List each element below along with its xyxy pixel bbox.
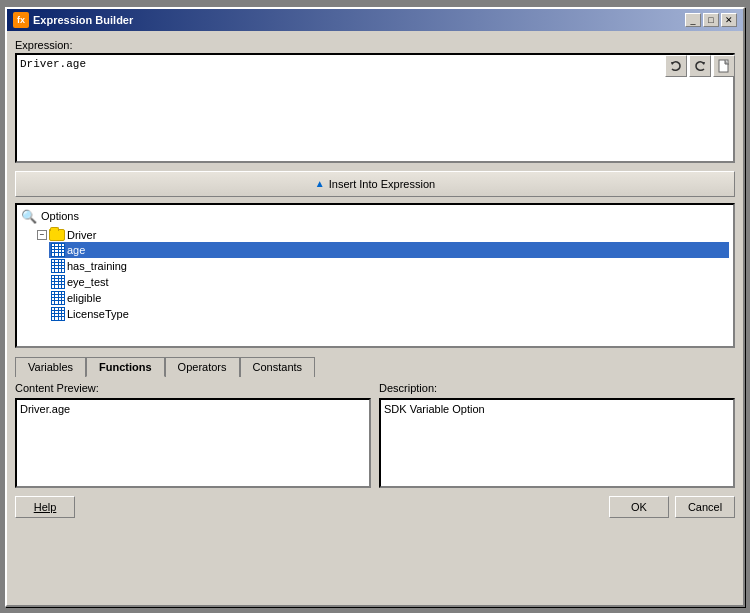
expression-input[interactable] bbox=[15, 53, 735, 163]
window-icon: fx bbox=[13, 12, 29, 28]
expression-label: Expression: bbox=[15, 39, 735, 51]
insert-btn-container: ▲ Insert Into Expression bbox=[15, 171, 735, 197]
undo-icon bbox=[669, 59, 683, 73]
tree-item-has-training[interactable]: has_training bbox=[49, 258, 729, 274]
window-title: Expression Builder bbox=[33, 14, 133, 26]
content-preview-panel: Content Preview: bbox=[15, 382, 371, 488]
insert-into-expression-button[interactable]: ▲ Insert Into Expression bbox=[15, 171, 735, 197]
new-doc-icon bbox=[717, 59, 731, 73]
options-label: Options bbox=[41, 210, 79, 222]
close-button[interactable]: ✕ bbox=[721, 13, 737, 27]
content-preview-textarea[interactable] bbox=[15, 398, 371, 488]
tree-item-age-label: age bbox=[67, 244, 85, 256]
tree-item-eye-test-label: eye_test bbox=[67, 276, 109, 288]
field-icon-eligible bbox=[51, 291, 65, 305]
bottom-panels: Content Preview: Description: bbox=[15, 382, 735, 488]
footer-row: Help OK Cancel bbox=[15, 494, 735, 518]
tree-root-label: Driver bbox=[67, 229, 96, 241]
expression-builder-window: fx Expression Builder _ □ ✕ Expression: bbox=[5, 7, 745, 607]
tab-variables[interactable]: Variables bbox=[15, 357, 86, 377]
tree-expand-btn[interactable]: − bbox=[37, 230, 47, 240]
description-textarea[interactable] bbox=[379, 398, 735, 488]
tab-constants[interactable]: Constants bbox=[240, 357, 316, 377]
new-button[interactable] bbox=[713, 55, 735, 77]
field-icon-age bbox=[51, 243, 65, 257]
title-bar-left: fx Expression Builder bbox=[13, 12, 133, 28]
tabs-row: Variables Functions Operators Constants bbox=[15, 356, 735, 376]
tree-item-has-training-label: has_training bbox=[67, 260, 127, 272]
tree-header: 🔍 Options bbox=[21, 209, 729, 224]
tree-item-eye-test[interactable]: eye_test bbox=[49, 274, 729, 290]
title-bar: fx Expression Builder _ □ ✕ bbox=[7, 9, 743, 31]
tree-panel: 🔍 Options − Driver age bbox=[15, 203, 735, 348]
search-icon: 🔍 bbox=[21, 209, 37, 224]
tree-item-eligible[interactable]: eligible bbox=[49, 290, 729, 306]
description-panel: Description: bbox=[379, 382, 735, 488]
footer-right: OK Cancel bbox=[609, 496, 735, 518]
insert-arrow-icon: ▲ bbox=[315, 178, 325, 189]
maximize-button[interactable]: □ bbox=[703, 13, 719, 27]
tree-item-eligible-label: eligible bbox=[67, 292, 101, 304]
tree-item-license-type-label: LicenseType bbox=[67, 308, 129, 320]
redo-icon bbox=[693, 59, 707, 73]
content-preview-label: Content Preview: bbox=[15, 382, 371, 394]
description-label: Description: bbox=[379, 382, 735, 394]
tree-item-license-type[interactable]: LicenseType bbox=[49, 306, 729, 322]
undo-button[interactable] bbox=[665, 55, 687, 77]
folder-icon bbox=[49, 229, 65, 241]
tab-operators[interactable]: Operators bbox=[165, 357, 240, 377]
field-icon-eye-test bbox=[51, 275, 65, 289]
insert-button-label: Insert Into Expression bbox=[329, 178, 435, 190]
expression-area: Expression: bbox=[15, 39, 735, 165]
footer-left: Help bbox=[15, 496, 75, 518]
window-content: Expression: bbox=[7, 31, 743, 605]
tree-item-age[interactable]: age bbox=[49, 242, 729, 258]
cancel-button[interactable]: Cancel bbox=[675, 496, 735, 518]
title-controls: _ □ ✕ bbox=[685, 13, 737, 27]
redo-button[interactable] bbox=[689, 55, 711, 77]
ok-button[interactable]: OK bbox=[609, 496, 669, 518]
tree-root-item[interactable]: − Driver bbox=[35, 228, 729, 242]
field-icon-license-type bbox=[51, 307, 65, 321]
expression-toolbar bbox=[665, 55, 735, 77]
minimize-button[interactable]: _ bbox=[685, 13, 701, 27]
help-button[interactable]: Help bbox=[15, 496, 75, 518]
tab-functions[interactable]: Functions bbox=[86, 357, 165, 377]
field-icon-has-training bbox=[51, 259, 65, 273]
